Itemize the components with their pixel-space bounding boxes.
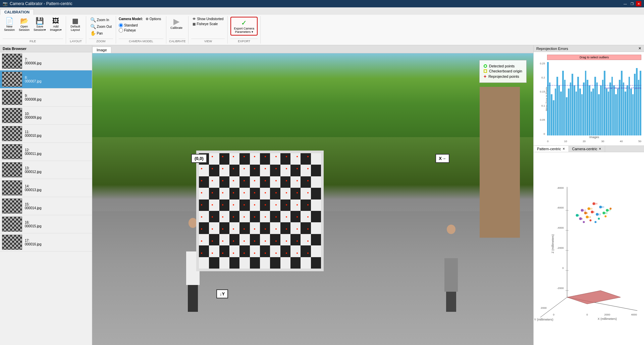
zoom-group: 🔍 Zoom In 🔍 Zoom Out ✋ Pan ZOOM — [86, 16, 116, 44]
checker-cell — [311, 188, 321, 199]
bar-46 — [634, 74, 636, 135]
view-group-label: VIEW — [191, 39, 225, 43]
checkerboard-origin-label: Checkerboard origin — [489, 69, 522, 73]
svg-text:Z (millimeters): Z (millimeters) — [551, 234, 554, 253]
checker-cell — [239, 165, 250, 176]
sidebar-item-7[interactable]: 7:000006.jpg — [0, 52, 92, 70]
fisheye-radio-row[interactable]: Fisheye — [119, 28, 162, 33]
pan-button[interactable]: ✋ Pan — [89, 30, 113, 36]
svg-point-51 — [583, 221, 585, 223]
bar-18 — [581, 94, 583, 135]
standard-radio-row[interactable]: Standard — [119, 23, 162, 27]
camera-centric-tab[interactable]: Camera-centric ✕ — [569, 146, 605, 152]
save-session-button[interactable]: 💾 SaveSession▾ — [32, 17, 47, 32]
checker-cell — [301, 165, 311, 176]
zoom-out-button[interactable]: 🔍 Zoom Out — [89, 23, 113, 30]
titlebar-controls[interactable]: — ❐ ✕ — [623, 1, 641, 6]
sidebar-item-10[interactable]: 10:000009.jpg — [0, 107, 92, 125]
checker-cell — [219, 153, 229, 165]
bar-22 — [589, 85, 590, 135]
calibrate-icon: ▶ — [173, 17, 179, 25]
close-button[interactable]: ✕ — [636, 1, 641, 6]
camera-centric-close[interactable]: ✕ — [599, 147, 601, 151]
open-session-button[interactable]: 📂 OpenSession — [17, 17, 31, 32]
svg-text:0: 0 — [553, 313, 555, 316]
checker-cell — [199, 234, 209, 245]
add-images-button[interactable]: 🖼 AddImages▾ — [49, 17, 63, 32]
standard-radio[interactable] — [119, 23, 123, 27]
chart-area[interactable]: Drag to select outliers 0.25 0.2 0.15 0.… — [534, 52, 644, 146]
checker-cell — [250, 245, 260, 257]
sidebar-item-9[interactable]: 9:000008.jpg — [0, 89, 92, 107]
svg-point-47 — [589, 219, 591, 221]
view3d-tab-bar: Pattern-centric ✕ Camera-centric ✕ — [534, 146, 644, 152]
sidebar-item-15[interactable]: 15:000014.jpg — [0, 197, 92, 215]
sidebar-item-12[interactable]: 12:000011.jpg — [0, 143, 92, 161]
bar-32 — [608, 92, 609, 135]
new-session-button[interactable]: 📄 NewSession — [3, 17, 16, 32]
reprojection-close[interactable]: ✕ — [638, 46, 641, 51]
calibrate-button[interactable]: ▶ Calibrate — [169, 17, 184, 30]
options-button[interactable]: ⚙ Options — [144, 17, 162, 21]
export-group: ✓ Export CameraParameters ▾ EXPORT — [228, 16, 261, 44]
export-camera-button[interactable]: ✓ Export CameraParameters ▾ — [230, 17, 258, 36]
thumbnail-12 — [2, 144, 22, 159]
sidebar-item-13[interactable]: 13:000012.jpg — [0, 161, 92, 179]
view3d-content[interactable]: -8000 -6000 -4000 -2000 0 -2000 Z (milli… — [534, 152, 644, 345]
maximize-button[interactable]: ❐ — [629, 1, 635, 6]
svg-text:-6000: -6000 — [557, 206, 564, 209]
sidebar-item-11[interactable]: 11:000010.jpg — [0, 125, 92, 143]
sidebar-item-16[interactable]: 16:000015.jpg — [0, 215, 92, 233]
checker-cell — [239, 211, 250, 222]
reprojection-panel: Reprojection Errors ✕ Drag to select out… — [534, 45, 644, 146]
view3d-panel: Pattern-centric ✕ Camera-centric ✕ — [534, 146, 644, 345]
sidebar-label-14: 14:000013.jpg — [25, 184, 42, 192]
checker-cell — [260, 176, 270, 188]
checker-cell — [290, 199, 301, 211]
checker-cell — [229, 199, 239, 211]
x-tick-40: 40 — [620, 140, 623, 143]
checker-cell — [209, 153, 219, 165]
zoom-in-button[interactable]: 🔍 Zoom In — [89, 17, 113, 23]
bar-26 — [596, 82, 598, 135]
svg-text:15: 15 — [598, 213, 601, 216]
bar-29 — [602, 80, 604, 135]
checker-cell — [311, 222, 321, 234]
image-list[interactable]: 7:000006.jpg8:000007.jpg9:000008.jpg10:0… — [0, 52, 92, 345]
sidebar-item-17[interactable]: 17:000016.jpg — [0, 233, 92, 251]
drag-banner[interactable]: Drag to select outliers — [547, 55, 641, 60]
checker-cell — [209, 234, 219, 245]
image-tab[interactable]: Image — [92, 47, 111, 53]
sidebar-item-14[interactable]: 14:000013.jpg — [0, 179, 92, 197]
camera-centric-label: Camera-centric — [572, 147, 597, 151]
add-images-label: AddImages▾ — [50, 25, 62, 32]
checker-cell — [301, 211, 311, 222]
minimize-button[interactable]: — — [623, 1, 628, 6]
checker-cell — [290, 245, 301, 257]
fisheye-radio[interactable] — [119, 28, 123, 33]
bar-17 — [579, 89, 581, 135]
fisheye-scale-icon: ▦ — [193, 22, 196, 26]
image-content[interactable]: Detected points Checkerboard origin + Re… — [92, 53, 533, 345]
pattern-centric-close[interactable]: ✕ — [562, 147, 565, 151]
checker-cell — [260, 165, 270, 176]
checker-cell — [219, 234, 229, 245]
checker-cell — [260, 245, 270, 257]
checker-cell — [260, 257, 270, 269]
calibration-tab[interactable]: CALIBRATION — [0, 9, 34, 15]
zoom-out-label: Zoom Out — [97, 25, 112, 28]
pan-icon: ✋ — [90, 31, 96, 36]
default-layout-button[interactable]: ▦ DefaultLayout — [69, 17, 82, 32]
fisheye-label: Fisheye — [124, 28, 136, 32]
data-browser-header: Data Browser — [0, 45, 92, 52]
pattern-centric-tab[interactable]: Pattern-centric ✕ — [534, 146, 569, 152]
bar-3 — [553, 100, 554, 135]
fisheye-scale-button[interactable]: ▦ Fisheye Scale — [191, 22, 225, 26]
sidebar-item-8[interactable]: 8:000007.jpg — [0, 70, 92, 89]
show-undistorted-button[interactable]: 👁 Show Undistorted — [191, 17, 225, 21]
y-tick-005: 0.05 — [540, 118, 545, 121]
svg-text:0: 0 — [586, 313, 588, 316]
checker-cell — [270, 222, 280, 234]
thumbnail-10 — [2, 108, 22, 123]
detected-points-label: Detected points — [489, 64, 515, 68]
